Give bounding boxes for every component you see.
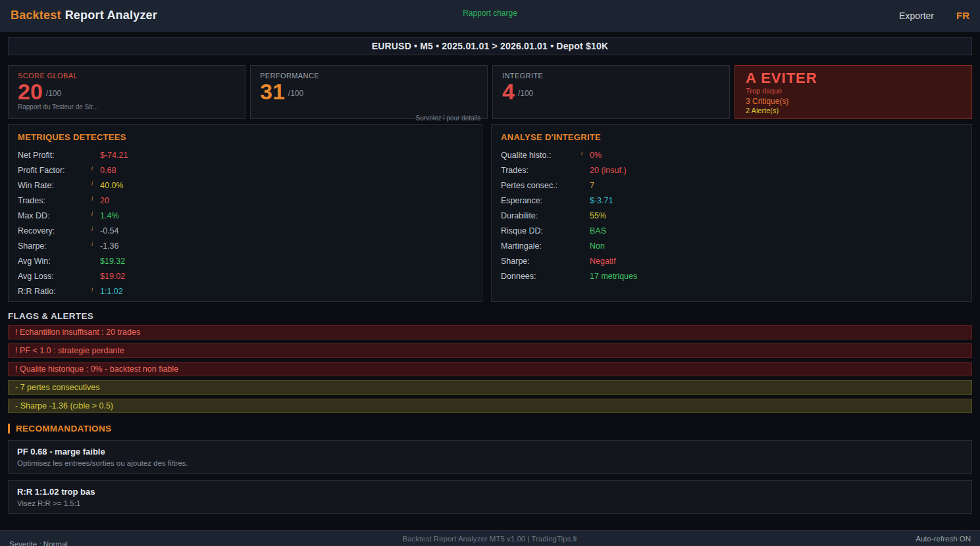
metric-row: Recovery: i -0.54: [18, 223, 473, 238]
info-icon[interactable]: i: [91, 286, 100, 293]
export-button[interactable]: Exporter: [899, 11, 934, 21]
metric-value: 0.68: [100, 166, 116, 175]
flag-item: ! PF < 1.0 : strategie perdante: [8, 343, 972, 358]
metric-row: Net Profit: $-74.21: [18, 147, 473, 162]
integrity-label: Esperance:: [501, 196, 581, 205]
score-value: 4: [502, 80, 515, 103]
app-title-rest: Report Analyzer: [65, 9, 157, 22]
integrity-label: Durabilite:: [501, 211, 581, 220]
metric-value: $19.02: [100, 272, 125, 281]
card-score-row: 31 /100: [260, 80, 478, 103]
integrity-value: $-3.71: [590, 196, 613, 205]
info-icon[interactable]: i: [91, 226, 100, 232]
integrity-label: Pertes consec.:: [501, 181, 581, 190]
integrity-row: Trades: 20 (insuf.): [501, 162, 962, 178]
metric-row: Win Rate: i 40.0%: [18, 178, 473, 193]
integrity-value: BAS: [590, 226, 606, 236]
integrity-row: Esperance: $-3.71: [501, 193, 962, 208]
flag-item: - Sharpe -1.36 (cible > 0.5): [8, 399, 972, 413]
auto-refresh-toggle[interactable]: Auto-refresh ON: [916, 535, 971, 543]
flag-item: ! Echantillon insuffisant : 20 trades: [8, 325, 972, 339]
main-content: EURUSD • M5 • 2025.01.01 > 2026.01.01 • …: [0, 37, 980, 514]
metric-label: Trades:: [18, 196, 91, 205]
recommendation-title: R:R 1:1.02 trop bas: [17, 487, 963, 497]
metric-value: $19.32: [100, 257, 125, 266]
metric-label: Sharpe:: [18, 241, 91, 251]
score-value: 31: [260, 80, 285, 103]
integrity-label: Risque DD:: [501, 226, 581, 236]
info-icon[interactable]: i: [91, 165, 100, 172]
metrics-panel: Survolez i pour details METRIQUES DETECT…: [8, 124, 482, 302]
card-score-row: 20 /100: [18, 80, 236, 103]
metric-row: Avg Loss: $19.02: [18, 268, 473, 284]
card-label: SCORE GLOBAL: [18, 72, 236, 80]
hover-hint: Survolez i pour details: [416, 114, 480, 122]
metrics-panel-title: METRIQUES DETECTEES: [18, 132, 473, 142]
score-suffix: /100: [288, 89, 303, 98]
integrity-label: Qualite histo.:: [501, 151, 581, 160]
header-bar: BacktestReport Analyzer Rapport charge E…: [0, 0, 980, 32]
verdict-alertes: 2 Alerte(s): [746, 107, 961, 114]
score-suffix: /100: [518, 89, 533, 98]
recommendation-card: R:R 1:1.02 trop bas Visez R:R >= 1.5:1: [8, 480, 972, 514]
metric-label: R:R Ratio:: [18, 287, 91, 296]
score-suffix: /100: [46, 89, 61, 98]
score-value: 20: [18, 80, 43, 103]
flags-section: FLAGS & ALERTES ! Echantillon insuffisan…: [8, 311, 972, 413]
verdict-critiques: 3 Critique(s): [746, 97, 961, 106]
integrity-row: Donnees: 17 metriques: [501, 268, 962, 284]
language-toggle[interactable]: FR: [956, 10, 969, 21]
integrity-value: Negatif: [590, 257, 616, 266]
metric-row: Max DD: i 1.4%: [18, 208, 473, 223]
metric-panels: Survolez i pour details METRIQUES DETECT…: [8, 124, 972, 302]
integrity-panel: ANALYSE D'INTEGRITE Qualite histo.: i 0%…: [491, 124, 972, 302]
card-score-row: 4 /100: [502, 80, 720, 103]
integrity-value: 0%: [590, 151, 602, 160]
recommendation-title: PF 0.68 - marge faible: [17, 447, 963, 457]
metric-value: -1.36: [100, 241, 119, 251]
page-title: BacktestReport Analyzer: [11, 9, 157, 22]
metric-label: Net Profit:: [18, 151, 91, 160]
integrity-row: Pertes consec.: 7: [501, 178, 962, 193]
info-icon[interactable]: i: [91, 180, 100, 187]
metric-row: Avg Win: $19.32: [18, 253, 473, 268]
integrity-label: Donnees:: [501, 272, 581, 281]
integrity-label: Martingale:: [501, 241, 581, 251]
info-icon[interactable]: i: [91, 211, 100, 217]
app-window: BacktestReport Analyzer Rapport charge E…: [0, 0, 980, 546]
flags-title: FLAGS & ALERTES: [8, 311, 972, 321]
recommendation-detail: Visez R:R >= 1.5:1: [17, 499, 963, 507]
metric-row: Trades: i 20: [18, 193, 473, 208]
card-label: PERFORMANCE: [260, 72, 478, 80]
card-note: Rapport du Testeur de Str...: [18, 103, 236, 111]
verdict-label: A EVITER: [746, 70, 961, 86]
footer-version-text: Backtest Report Analyzer MT5 v1.00 | Tra…: [403, 535, 578, 543]
flag-item: ! Qualite historique : 0% - backtest non…: [8, 362, 972, 376]
metric-label: Avg Win:: [18, 257, 91, 266]
card-verdict: A EVITER Trop risque 3 Critique(s) 2 Ale…: [735, 65, 972, 119]
metric-label: Profit Factor:: [18, 166, 91, 175]
info-icon[interactable]: i: [91, 195, 100, 202]
info-icon[interactable]: i: [581, 150, 590, 157]
integrity-row: Durabilite: 55%: [501, 208, 962, 223]
metric-value: 1.4%: [100, 211, 119, 220]
recommendation-detail: Optimisez les entrees/sorties ou ajoutez…: [17, 459, 963, 467]
metric-row: R:R Ratio: i 1:1.02: [18, 284, 473, 299]
card-performance: PERFORMANCE 31 /100: [250, 65, 488, 119]
flag-item: - 7 pertes consecutives: [8, 380, 972, 395]
metric-row: Profit Factor: i 0.68: [18, 162, 473, 178]
severity-control[interactable]: Severite : Normal: [9, 540, 68, 546]
card-label: INTEGRITE: [502, 72, 720, 80]
integrity-value: 55%: [590, 211, 606, 220]
score-cards: SCORE GLOBAL 20 /100 Rapport du Testeur …: [8, 65, 972, 119]
metric-value: $-74.21: [100, 151, 128, 160]
recommendations-section: RECOMMANDATIONS PF 0.68 - marge faible O…: [8, 424, 972, 514]
info-icon[interactable]: i: [91, 241, 100, 247]
metric-label: Avg Loss:: [18, 272, 91, 281]
summary-bar: EURUSD • M5 • 2025.01.01 > 2026.01.01 • …: [8, 37, 972, 55]
integrity-row: Martingale: Non: [501, 238, 962, 253]
integrity-value: 20 (insuf.): [590, 166, 627, 175]
metric-label: Recovery:: [18, 226, 91, 236]
integrity-row: Qualite histo.: i 0%: [501, 147, 962, 162]
integrity-label: Trades:: [501, 166, 581, 175]
